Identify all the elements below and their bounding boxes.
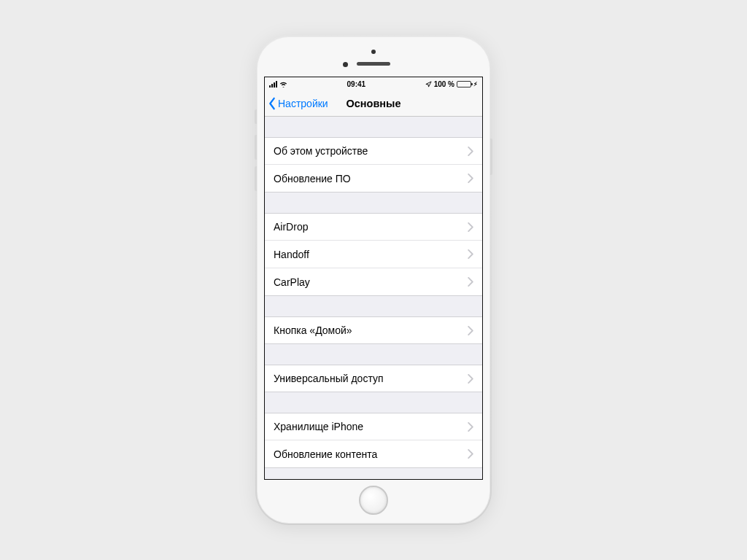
group-spacer: [265, 296, 482, 316]
location-icon: [425, 81, 432, 88]
phone-frame: 09:41 100 % ⚡︎ Настройки Основные Об это…: [257, 36, 490, 524]
chevron-left-icon: [268, 97, 276, 110]
row-handoff[interactable]: Handoff: [265, 241, 482, 268]
screen: 09:41 100 % ⚡︎ Настройки Основные Об это…: [264, 77, 483, 480]
row-accessibility[interactable]: Универсальный доступ: [265, 365, 482, 392]
volume-down-button: [255, 166, 257, 191]
phone-top: [257, 36, 490, 77]
volume-up-button: [255, 135, 257, 160]
row-label: Хранилище iPhone: [274, 421, 363, 432]
group-spacer: [265, 392, 482, 413]
battery-percentage-text: 100 %: [434, 80, 454, 88]
chevron-right-icon: [468, 422, 473, 432]
settings-group: AirDropHandoffCarPlay: [265, 213, 482, 296]
chevron-right-icon: [468, 449, 473, 459]
power-button: [490, 139, 492, 175]
chevron-right-icon: [468, 147, 473, 156]
chevron-right-icon: [468, 326, 473, 335]
status-bar: 09:41 100 % ⚡︎: [265, 77, 482, 90]
signal-strength-icon: [269, 81, 277, 88]
earpiece-speaker: [357, 62, 390, 66]
back-button[interactable]: Настройки: [265, 97, 328, 110]
mute-switch: [255, 109, 257, 124]
row-label: Об этом устройстве: [274, 145, 368, 157]
row-label: Универсальный доступ: [274, 373, 384, 384]
chevron-right-icon: [468, 249, 473, 259]
settings-group: Кнопка «Домой»: [265, 316, 482, 344]
group-spacer: [265, 344, 482, 365]
settings-group: Хранилище iPhoneОбновление контента: [265, 413, 482, 468]
row-background-refresh[interactable]: Обновление контента: [265, 440, 482, 468]
content-scroll[interactable]: Об этом устройствеОбновление ПОAirDropHa…: [265, 117, 482, 479]
status-left: [269, 81, 287, 88]
row-label: Обновление контента: [274, 448, 377, 460]
row-label: CarPlay: [274, 276, 310, 288]
back-label: Настройки: [278, 98, 328, 109]
row-software-update[interactable]: Обновление ПО: [265, 165, 482, 192]
home-button[interactable]: [359, 486, 388, 515]
row-label: Handoff: [274, 249, 309, 260]
nav-bar: Настройки Основные: [265, 90, 482, 117]
proximity-sensor: [343, 62, 348, 67]
chevron-right-icon: [468, 174, 473, 183]
settings-group: Универсальный доступ: [265, 365, 482, 392]
charging-icon: ⚡︎: [473, 81, 478, 88]
settings-group: Об этом устройствеОбновление ПО: [265, 137, 482, 192]
row-label: Кнопка «Домой»: [274, 324, 352, 336]
group-spacer: [265, 192, 482, 213]
group-spacer: [265, 117, 482, 137]
wifi-icon: [279, 81, 287, 88]
chevron-right-icon: [468, 277, 473, 287]
row-carplay[interactable]: CarPlay: [265, 268, 482, 296]
row-airdrop[interactable]: AirDrop: [265, 213, 482, 241]
row-label: AirDrop: [274, 221, 308, 233]
row-about[interactable]: Об этом устройстве: [265, 137, 482, 165]
row-iphone-storage[interactable]: Хранилище iPhone: [265, 413, 482, 440]
front-camera: [371, 50, 376, 54]
chevron-right-icon: [468, 374, 473, 384]
row-home-button[interactable]: Кнопка «Домой»: [265, 316, 482, 344]
status-time: 09:41: [347, 80, 366, 88]
row-label: Обновление ПО: [274, 173, 351, 184]
chevron-right-icon: [468, 222, 473, 232]
battery-icon: [457, 81, 471, 88]
status-right: 100 % ⚡︎: [425, 80, 478, 88]
